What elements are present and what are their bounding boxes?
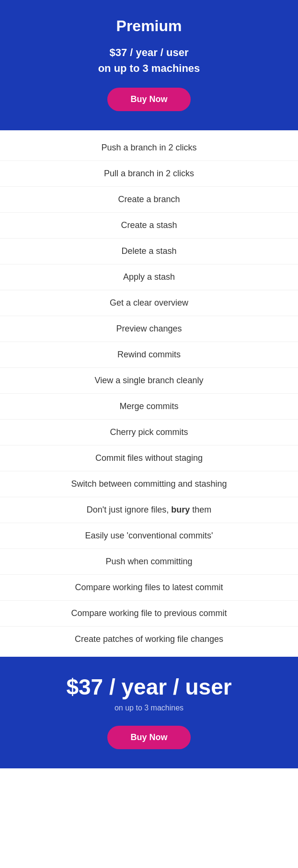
- feature-apply-stash: Apply a stash: [0, 264, 298, 290]
- feature-preview-changes: Preview changes: [0, 316, 298, 342]
- feature-bury-files: Don't just ignore files, bury them: [0, 497, 298, 523]
- footer-section: $37 / year / user on up to 3 machines Bu…: [0, 657, 298, 768]
- feature-rewind-commits: Rewind commits: [0, 342, 298, 368]
- header-buy-now-button[interactable]: Buy Now: [107, 88, 190, 111]
- footer-price-sub: on up to 3 machines: [10, 704, 288, 712]
- footer-buy-now-button[interactable]: Buy Now: [107, 726, 190, 749]
- feature-cherry-pick: Cherry pick commits: [0, 420, 298, 445]
- feature-conventional-commits: Easily use 'conventional commits': [0, 523, 298, 549]
- feature-compare-previous: Compare working file to previous commit: [0, 601, 298, 627]
- feature-create-patches: Create patches of working file changes: [0, 627, 298, 652]
- feature-compare-latest: Compare working files to latest commit: [0, 575, 298, 601]
- header-title: Premium: [10, 17, 288, 35]
- feature-delete-stash: Delete a stash: [0, 239, 298, 264]
- feature-switch-commit-stash: Switch between committing and stashing: [0, 471, 298, 497]
- price-line2: on up to 3 machines: [10, 60, 288, 76]
- price-line1: $37 / year / user: [10, 45, 288, 60]
- feature-merge-commits: Merge commits: [0, 394, 298, 420]
- header-section: Premium $37 / year / user on up to 3 mac…: [0, 0, 298, 130]
- feature-single-branch: View a single branch cleanly: [0, 368, 298, 394]
- feature-create-branch: Create a branch: [0, 187, 298, 213]
- feature-push-when-committing: Push when committing: [0, 549, 298, 575]
- feature-commit-without-staging: Commit files without staging: [0, 445, 298, 471]
- feature-create-stash: Create a stash: [0, 213, 298, 239]
- header-price: $37 / year / user on up to 3 machines: [10, 45, 288, 76]
- feature-push-branch: Push a branch in 2 clicks: [0, 135, 298, 161]
- feature-clear-overview: Get a clear overview: [0, 290, 298, 316]
- footer-price-large: $37 / year / user: [10, 674, 288, 700]
- feature-pull-branch: Pull a branch in 2 clicks: [0, 161, 298, 187]
- features-section: Push a branch in 2 clicks Pull a branch …: [0, 130, 298, 657]
